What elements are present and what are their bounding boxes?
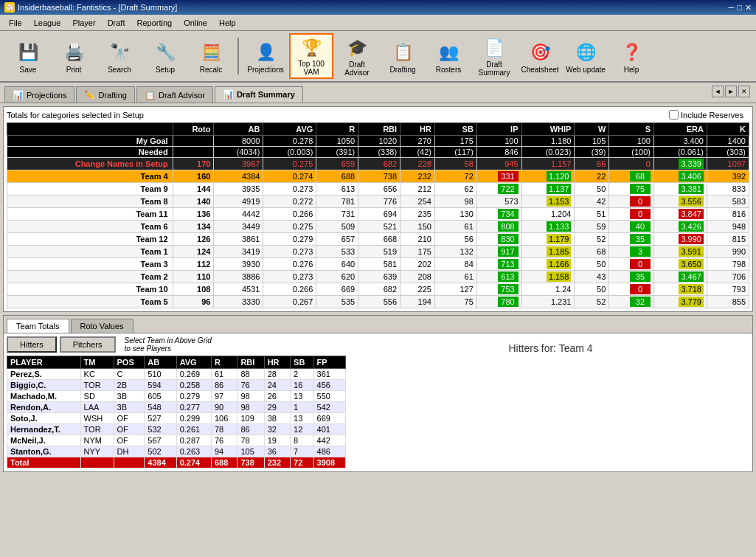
col-ab: AB xyxy=(214,123,263,136)
table-row[interactable]: My Goal xyxy=(7,136,173,147)
help-icon: ❓ xyxy=(618,39,645,66)
drafting-label: Drafting xyxy=(389,66,415,74)
drafting-tab-label: Drafting xyxy=(98,91,127,100)
web-update-button[interactable]: 🌐 Web update xyxy=(563,33,608,79)
col-whip: WHIP xyxy=(521,123,575,136)
list-item[interactable]: Biggio,C. xyxy=(7,380,81,391)
setup-icon: 🔧 xyxy=(152,39,178,66)
player-col-ab: AB xyxy=(145,356,176,369)
table-row[interactable]: Team 10 xyxy=(7,283,173,296)
player-col-sb: SB xyxy=(291,356,313,369)
roto-values-tab[interactable]: Roto Values xyxy=(71,319,133,333)
draft-advisor-tab-label: Draft Advisor xyxy=(159,91,205,100)
toolbar: 💾 Save 🖨️ Print 🔭 Search 🔧 Setup 🧮 Recal… xyxy=(0,31,756,83)
table-row[interactable]: Team 8 xyxy=(7,196,173,208)
table-row[interactable]: Team 5 xyxy=(7,296,173,308)
total-row: Total xyxy=(7,457,81,468)
draft-summary-button[interactable]: 📄 Draft Summary xyxy=(472,33,516,79)
menu-help[interactable]: Help xyxy=(213,17,242,29)
rosters-button[interactable]: 👥 Rosters xyxy=(426,33,471,79)
list-item[interactable]: McNeil,J. xyxy=(7,435,81,446)
window-title: Insiderbaseball: Fantistics - [Draft Sum… xyxy=(18,3,177,12)
table-row[interactable]: Team 2 xyxy=(7,271,173,283)
menu-player[interactable]: Player xyxy=(66,17,101,29)
search-label: Search xyxy=(108,66,131,74)
top100vam-icon: 🏆 xyxy=(298,36,325,60)
player-col-r: R xyxy=(211,356,237,369)
list-item[interactable]: Stanton,G. xyxy=(7,446,81,457)
cheatsheet-button[interactable]: 🎯 Cheatsheet xyxy=(518,33,562,79)
tab-navigation: ◄ ► ✕ xyxy=(712,86,750,97)
tab-next-btn[interactable]: ► xyxy=(725,86,737,97)
search-icon: 🔭 xyxy=(106,39,133,66)
top100vam-button[interactable]: 🏆 Top 100 VAM xyxy=(289,33,333,79)
list-item[interactable]: Machado,M. xyxy=(7,391,81,402)
cheatsheet-label: Cheatsheet xyxy=(521,66,558,74)
include-reserves-label[interactable]: Include Reserves xyxy=(669,110,743,120)
tab-prev-btn[interactable]: ◄ xyxy=(712,86,724,97)
title-icon: ⚾ xyxy=(4,2,15,13)
list-item[interactable]: Hernandez,T. xyxy=(7,424,81,435)
print-button[interactable]: 🖨️ Print xyxy=(52,33,96,79)
minimize-btn[interactable]: ─ xyxy=(729,3,735,12)
table-row[interactable]: Team 6 xyxy=(7,221,173,233)
col-roto: Roto xyxy=(173,123,214,136)
table-row[interactable]: Team 3 xyxy=(7,258,173,271)
list-item[interactable]: Soto,J. xyxy=(7,413,81,424)
menu-draft[interactable]: Draft xyxy=(102,17,131,29)
setup-button[interactable]: 🔧 Setup xyxy=(143,33,187,79)
table-row[interactable]: Team 11 xyxy=(7,208,173,221)
table-row[interactable]: Needed xyxy=(7,147,173,158)
table-row[interactable]: Team 12 xyxy=(7,233,173,246)
list-item[interactable]: Rendon,A. xyxy=(7,402,81,413)
maximize-btn[interactable]: □ xyxy=(737,3,742,12)
bottom-content: Hitters Pitchers Select Team in Above Gr… xyxy=(4,333,752,471)
tab-drafting[interactable]: ✏️ Drafting xyxy=(76,86,135,103)
search-button[interactable]: 🔭 Search xyxy=(97,33,142,79)
drafting-tab-icon: ✏️ xyxy=(84,90,95,100)
draft-advisor-icon: 🎓 xyxy=(344,35,370,60)
hitters-tab-btn[interactable]: Hitters xyxy=(7,336,57,353)
table-row[interactable]: Change Names in Setup xyxy=(7,158,173,170)
col-r: R xyxy=(316,123,358,136)
titlebar: ⚾ Insiderbaseball: Fantistics - [Draft S… xyxy=(0,0,756,15)
projections-icon: 👤 xyxy=(252,39,279,66)
help-button[interactable]: ❓ Help xyxy=(609,33,653,79)
team-totals-tab[interactable]: Team Totals xyxy=(7,319,69,333)
tab-draft-summary[interactable]: 📊 Draft Summary xyxy=(215,86,303,103)
draft-advisor-button[interactable]: 🎓 Draft Advisor xyxy=(335,33,379,79)
draft-summary-label: Draft Summary xyxy=(474,60,514,77)
top-area: Totals for categories selected in Setup … xyxy=(3,106,753,312)
setup-label: Setup xyxy=(156,66,175,74)
tab-projections[interactable]: 📊 Projections xyxy=(4,86,74,103)
col-k: K xyxy=(707,123,749,136)
save-icon: 💾 xyxy=(15,39,41,66)
player-col-player: PLAYER xyxy=(7,356,81,369)
include-reserves-checkbox[interactable] xyxy=(669,110,679,120)
projections-button[interactable]: 👤 Projections xyxy=(243,33,288,79)
setup-text: Totals for categories selected in Setup xyxy=(7,111,144,120)
summary-table: Roto AB AVG R RBI HR SB IP WHIP W S ERA … xyxy=(7,122,749,308)
tab-draft-advisor[interactable]: 📋 Draft Advisor xyxy=(136,86,213,103)
close-btn[interactable]: ✕ xyxy=(745,3,752,13)
table-row[interactable]: Team 4 xyxy=(7,170,173,183)
menu-reporting[interactable]: Reporting xyxy=(131,17,178,29)
col-rbi: RBI xyxy=(358,123,400,136)
right-panel: Hitters for: Team 4 xyxy=(352,336,749,468)
table-row[interactable]: Team 1 xyxy=(7,246,173,258)
table-row[interactable]: Team 9 xyxy=(7,183,173,196)
save-button[interactable]: 💾 Save xyxy=(6,33,50,79)
pitchers-tab-btn[interactable]: Pitchers xyxy=(60,336,116,353)
menu-online[interactable]: Online xyxy=(178,17,213,29)
list-item[interactable]: Perez,S. xyxy=(7,369,81,380)
tab-close-btn[interactable]: ✕ xyxy=(738,86,750,97)
select-hint: Select Team in Above Grid to see Players xyxy=(125,336,212,353)
draft-summary-icon: 📄 xyxy=(481,35,507,60)
player-col-avg: AVG xyxy=(176,356,211,369)
menu-league[interactable]: League xyxy=(28,17,67,29)
main-content: Totals for categories selected in Setup … xyxy=(0,103,756,475)
drafting-button[interactable]: 📋 Drafting xyxy=(381,33,425,79)
menu-file[interactable]: File xyxy=(3,17,28,29)
player-col-pos: POS xyxy=(114,356,145,369)
recalc-button[interactable]: 🧮 Recalc xyxy=(189,33,233,79)
